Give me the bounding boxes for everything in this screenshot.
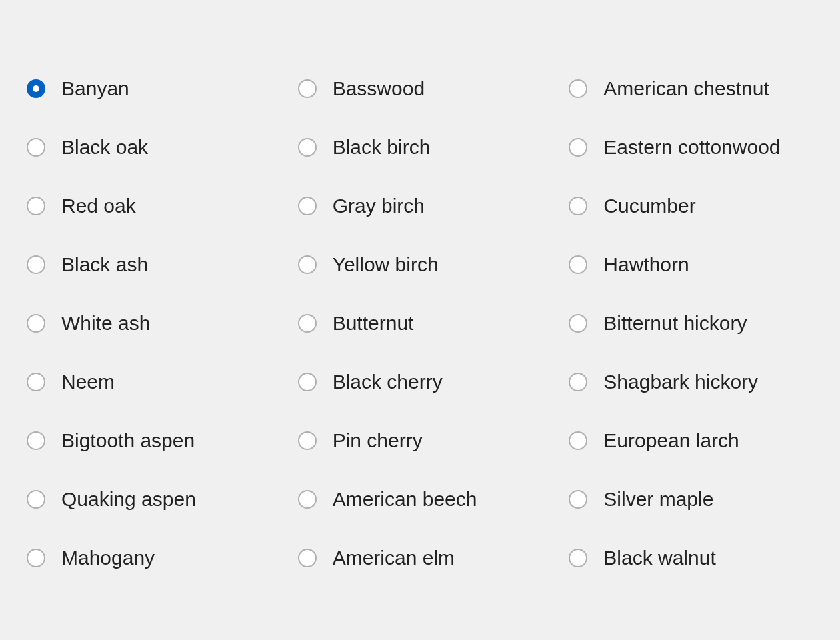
radio-label: Basswood — [333, 77, 425, 101]
radio-icon — [298, 490, 317, 509]
radio-label: European larch — [603, 429, 739, 453]
radio-label: Banyan — [61, 77, 129, 101]
radio-label: White ash — [61, 311, 150, 335]
radio-icon — [27, 197, 45, 215]
radio-label: Gray birch — [333, 194, 425, 218]
radio-label: Black birch — [333, 135, 431, 159]
radio-option[interactable]: Pin cherry — [298, 429, 543, 453]
radio-option[interactable]: White ash — [27, 311, 271, 335]
radio-label: Black ash — [61, 253, 148, 277]
radio-icon — [27, 314, 45, 333]
radio-icon — [569, 255, 587, 274]
radio-icon — [569, 549, 587, 567]
radio-label: Shagbark hickory — [603, 370, 758, 394]
radio-option[interactable]: Black birch — [298, 135, 543, 159]
radio-icon — [569, 138, 587, 157]
radio-label: Cucumber — [603, 194, 695, 218]
radio-label: Neem — [61, 370, 115, 394]
radio-icon — [27, 549, 45, 567]
radio-option[interactable]: Black oak — [27, 135, 271, 159]
radio-option[interactable]: Shagbark hickory — [569, 370, 813, 394]
radio-label: Red oak — [61, 194, 136, 218]
radio-icon — [298, 255, 317, 274]
radio-label: Bigtooth aspen — [61, 429, 195, 453]
radio-option[interactable]: Banyan — [27, 77, 271, 101]
radio-label: Eastern cottonwood — [603, 135, 780, 159]
radio-icon — [298, 373, 317, 391]
radio-option[interactable]: American chestnut — [569, 77, 813, 101]
radio-label: Black oak — [61, 135, 148, 159]
radio-icon — [27, 79, 45, 98]
radio-label: American chestnut — [603, 77, 769, 101]
radio-option[interactable]: American elm — [298, 546, 543, 570]
radio-option[interactable]: Black cherry — [298, 370, 543, 394]
radio-icon — [27, 138, 45, 157]
radio-icon — [298, 314, 317, 333]
radio-label: Hawthorn — [603, 253, 689, 277]
radio-icon — [298, 138, 317, 157]
radio-option[interactable]: Hawthorn — [569, 253, 813, 277]
radio-label: Butternut — [333, 311, 414, 335]
radio-option[interactable]: American beech — [298, 487, 543, 511]
radio-icon — [27, 431, 45, 450]
radio-icon — [569, 314, 587, 333]
radio-option[interactable]: Gray birch — [298, 194, 543, 218]
radio-option[interactable]: Mahogany — [27, 546, 271, 570]
radio-option[interactable]: Black ash — [27, 253, 271, 277]
radio-option[interactable]: European larch — [569, 429, 813, 453]
radio-option[interactable]: Neem — [27, 370, 271, 394]
radio-icon — [27, 373, 45, 391]
radio-label: Bitternut hickory — [603, 311, 747, 335]
radio-label: Quaking aspen — [61, 487, 196, 511]
radio-label: American elm — [333, 546, 455, 570]
radio-option[interactable]: Eastern cottonwood — [569, 135, 813, 159]
radio-label: American beech — [333, 487, 477, 511]
radio-icon — [569, 197, 587, 215]
radio-label: Yellow birch — [333, 253, 439, 277]
radio-icon — [298, 431, 317, 450]
radio-icon — [27, 255, 45, 274]
radio-option[interactable]: Cucumber — [569, 194, 813, 218]
radio-option[interactable]: Yellow birch — [298, 253, 543, 277]
radio-option[interactable]: Basswood — [298, 77, 543, 101]
radio-icon — [569, 79, 587, 98]
radio-label: Mahogany — [61, 546, 155, 570]
radio-option[interactable]: Bitternut hickory — [569, 311, 813, 335]
radio-option[interactable]: Silver maple — [569, 487, 813, 511]
radio-option[interactable]: Bigtooth aspen — [27, 429, 271, 453]
radio-icon — [298, 79, 317, 98]
radio-label: Black cherry — [333, 370, 443, 394]
radio-option[interactable]: Quaking aspen — [27, 487, 271, 511]
radio-option[interactable]: Butternut — [298, 311, 543, 335]
radio-icon — [298, 197, 317, 215]
radio-icon — [27, 490, 45, 509]
radio-icon — [298, 549, 317, 567]
radio-label: Silver maple — [603, 487, 713, 511]
radio-option[interactable]: Black walnut — [569, 546, 813, 570]
radio-label: Black walnut — [603, 546, 715, 570]
radio-icon — [569, 431, 587, 450]
radio-label: Pin cherry — [333, 429, 423, 453]
tree-radio-group: BanyanBlack oakRed oakBlack ashWhite ash… — [27, 77, 813, 570]
radio-icon — [569, 490, 587, 509]
radio-icon — [569, 373, 587, 391]
radio-option[interactable]: Red oak — [27, 194, 271, 218]
